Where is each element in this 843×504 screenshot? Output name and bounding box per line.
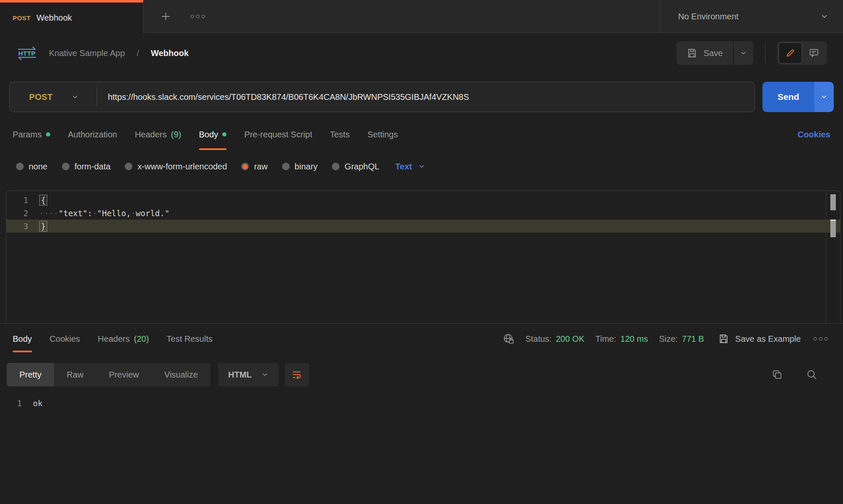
globe-lock-icon[interactable]: [503, 333, 514, 345]
body-dot-indicator: [222, 132, 226, 137]
wrap-text-button[interactable]: [285, 363, 309, 386]
editor-scrollbar[interactable]: [826, 191, 840, 323]
view-pretty-label: Pretty: [19, 370, 41, 380]
response-meta: Status: 200 OK Time: 120 ms Size: 771 B …: [503, 333, 830, 345]
save-icon: [687, 48, 698, 59]
tab-body-label: Body: [199, 130, 218, 139]
url-input[interactable]: https://hooks.slack.com/services/T06TD83…: [97, 92, 469, 102]
body-mode-graphql[interactable]: GraphQL: [332, 162, 379, 172]
tab-authorization[interactable]: Authorization: [68, 118, 117, 151]
save-as-example-button[interactable]: Save as Example: [718, 333, 801, 344]
tab-authorization-label: Authorization: [68, 130, 117, 139]
chevron-down-icon: [820, 12, 829, 21]
tab-tests[interactable]: Tests: [330, 118, 350, 151]
response-tab-body[interactable]: Body: [13, 324, 32, 354]
json-value-part1: "Hello,: [97, 209, 131, 218]
send-options-button[interactable]: [814, 82, 834, 112]
save-button[interactable]: Save: [676, 41, 733, 65]
cookies-link[interactable]: Cookies: [797, 130, 830, 139]
response-tab-headers-label: Headers: [98, 334, 130, 344]
environment-selector[interactable]: No Environment: [660, 0, 843, 33]
bracket-match-open: {: [39, 195, 47, 206]
json-key: "text":: [59, 209, 92, 218]
tab-body[interactable]: Body: [199, 118, 227, 151]
line-number: 3: [6, 222, 39, 231]
json-value-part2: world.": [136, 209, 170, 218]
editor-line-3-current: 3 }: [6, 220, 840, 233]
breadcrumb-collection[interactable]: Knative Sample App: [49, 48, 125, 58]
tab-headers-label: Headers: [135, 130, 167, 139]
response-tab-headers[interactable]: Headers (20): [98, 324, 149, 354]
view-preview[interactable]: Preview: [96, 363, 151, 386]
body-mode-binary-label: binary: [295, 162, 318, 172]
headers-count-badge: (9): [171, 130, 181, 139]
view-visualize[interactable]: Visualize: [151, 363, 210, 386]
body-mode-raw-label: raw: [254, 162, 267, 172]
breadcrumb-request-name[interactable]: Webhook: [151, 48, 189, 58]
request-body-editor[interactable]: 1 { 2 ····"text":·"Hello,·world." 3 }: [6, 190, 840, 323]
time-label: Time:: [595, 334, 616, 344]
view-raw[interactable]: Raw: [54, 363, 96, 386]
tab-strip: POST Webhook No Environment: [0, 0, 843, 33]
line-number: 2: [6, 209, 39, 218]
tab-pre-request-script[interactable]: Pre-request Script: [244, 118, 312, 151]
comment-icon: [808, 48, 819, 59]
tab-settings[interactable]: Settings: [367, 118, 398, 151]
tab-method-badge: POST: [13, 14, 30, 21]
divider: [765, 43, 765, 63]
save-as-example-label: Save as Example: [735, 334, 801, 344]
tab-headers[interactable]: Headers (9): [135, 118, 181, 151]
size-value: 771 B: [682, 334, 704, 344]
tab-tests-label: Tests: [330, 130, 350, 139]
response-view-switcher: Pretty Raw Preview Visualize: [7, 363, 210, 386]
copy-icon[interactable]: [771, 369, 783, 381]
method-selector[interactable]: POST: [10, 92, 97, 102]
response-format-selector[interactable]: HTML: [218, 363, 279, 386]
size-group: Size: 771 B: [659, 334, 704, 344]
response-tab-cookies-label: Cookies: [50, 334, 80, 344]
radio-icon: [125, 163, 132, 170]
comments-button[interactable]: [802, 43, 826, 64]
breadcrumb: HTTP Knative Sample App / Webhook: [16, 46, 189, 60]
raw-language-selector[interactable]: Text: [395, 162, 426, 172]
wrap-text-icon: [291, 369, 302, 380]
response-options-icon[interactable]: [813, 337, 828, 340]
response-tab-cookies[interactable]: Cookies: [50, 324, 80, 354]
send-button-label: Send: [778, 92, 799, 102]
body-mode-none[interactable]: none: [16, 162, 48, 172]
body-mode-form-data-label: form-data: [75, 162, 111, 172]
response-toolbar: Pretty Raw Preview Visualize HTML: [0, 362, 843, 387]
save-options-button[interactable]: [734, 41, 753, 65]
chevron-down-icon: [820, 93, 828, 101]
request-url-row: POST https://hooks.slack.com/services/T0…: [0, 82, 843, 112]
tab-options-icon[interactable]: [191, 15, 205, 18]
whitespace-dot: ·: [92, 209, 97, 218]
response-tab-test-results-label: Test Results: [167, 334, 213, 344]
edit-mode-button[interactable]: [778, 43, 802, 64]
environment-label: No Environment: [678, 12, 820, 21]
time-value: 120 ms: [620, 334, 648, 344]
raw-language-label: Text: [395, 162, 412, 172]
search-icon[interactable]: [806, 369, 818, 381]
header-actions: Save: [676, 41, 827, 65]
body-mode-urlencoded[interactable]: x-www-form-urlencoded: [125, 162, 227, 172]
tab-params[interactable]: Params: [13, 118, 50, 151]
body-mode-form-data[interactable]: form-data: [62, 162, 111, 172]
tab-title: Webhook: [36, 13, 72, 23]
radio-icon: [332, 163, 339, 170]
response-tab-test-results[interactable]: Test Results: [167, 324, 213, 354]
request-tab-webhook[interactable]: POST Webhook: [0, 0, 143, 33]
radio-icon: [16, 163, 24, 170]
response-format-label: HTML: [228, 370, 252, 380]
chevron-down-icon: [261, 371, 269, 378]
add-tab-icon[interactable]: [160, 11, 171, 22]
radio-icon: [282, 163, 290, 170]
time-group: Time: 120 ms: [595, 334, 648, 344]
editor-line-2: 2 ····"text":·"Hello,·world.": [6, 206, 840, 220]
send-button[interactable]: Send: [762, 82, 814, 112]
body-mode-binary[interactable]: binary: [282, 162, 318, 172]
view-pretty[interactable]: Pretty: [7, 363, 54, 386]
status-group: Status: 200 OK: [525, 334, 584, 344]
body-mode-raw[interactable]: raw: [241, 162, 267, 172]
status-label: Status:: [525, 334, 552, 344]
